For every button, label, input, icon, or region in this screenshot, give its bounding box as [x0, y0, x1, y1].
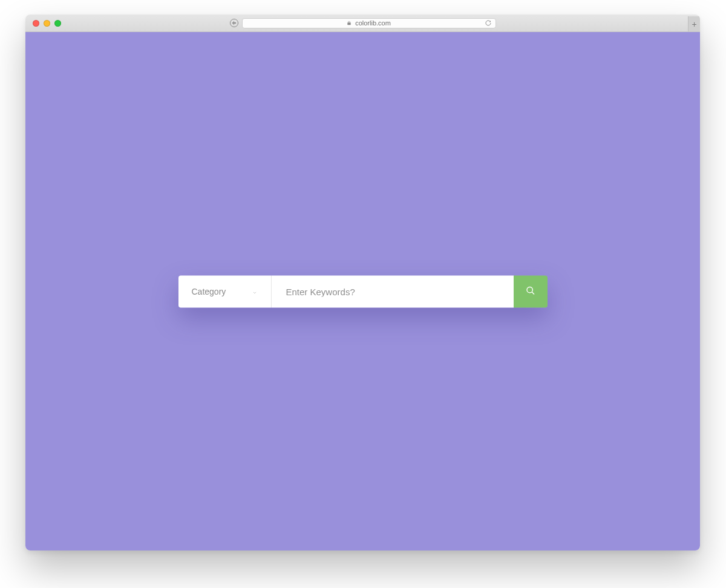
refresh-icon[interactable]: [485, 19, 492, 27]
window-minimize-button[interactable]: [44, 20, 50, 27]
lock-icon: [347, 20, 352, 26]
page-viewport: Category: [25, 32, 700, 550]
category-label: Category: [192, 287, 226, 296]
search-icon: [526, 286, 535, 297]
plus-icon: +: [692, 20, 696, 28]
browser-window: colorlib.com + Category: [25, 15, 700, 550]
new-tab-button[interactable]: +: [688, 16, 700, 31]
category-select[interactable]: Category: [178, 275, 272, 307]
window-close-button[interactable]: [33, 20, 39, 27]
address-area: colorlib.com: [230, 18, 496, 28]
search-form: Category: [178, 275, 548, 307]
reader-mode-icon[interactable]: [230, 19, 238, 27]
window-maximize-button[interactable]: [54, 20, 61, 27]
address-bar[interactable]: colorlib.com: [242, 18, 496, 28]
browser-titlebar: colorlib.com +: [25, 15, 700, 32]
window-controls: [33, 20, 61, 27]
keywords-input[interactable]: [272, 275, 514, 307]
search-button[interactable]: [514, 275, 548, 307]
address-text: colorlib.com: [355, 19, 391, 27]
chevron-down-icon: [252, 289, 258, 295]
